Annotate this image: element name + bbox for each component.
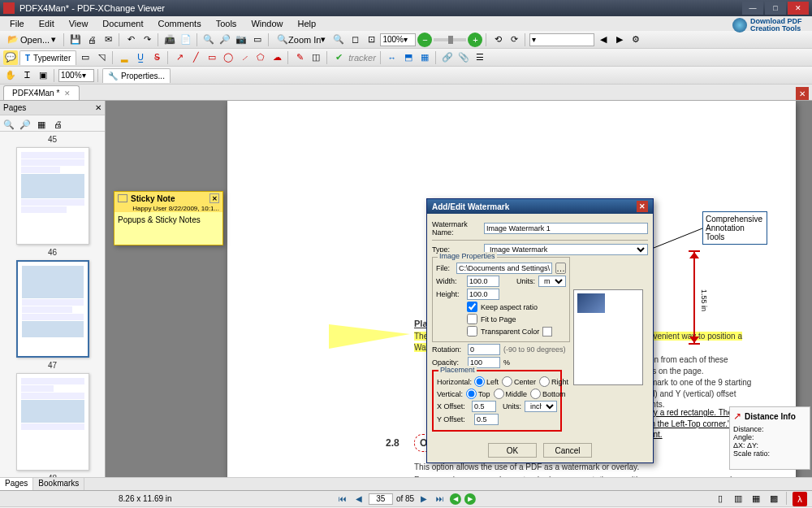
measure-area-tool[interactable]: ▦ bbox=[417, 50, 432, 65]
callout-tool[interactable]: ◹ bbox=[94, 50, 109, 65]
input-rotation[interactable] bbox=[468, 344, 500, 355]
polyline-tool[interactable]: ⟋ bbox=[237, 50, 252, 65]
thumb-opts[interactable]: ▦ bbox=[34, 117, 49, 132]
oval-tool[interactable]: ◯ bbox=[221, 50, 235, 65]
selecttext-tool[interactable]: Ꮖ bbox=[19, 68, 34, 83]
zoom-plus-button[interactable]: + bbox=[468, 33, 482, 47]
zoom-combo[interactable]: 100% ▾ bbox=[380, 33, 416, 46]
eraser-tool[interactable]: ◫ bbox=[309, 50, 323, 65]
typewriter-tool[interactable]: TTypewriter bbox=[19, 50, 76, 65]
zoom-minus-button[interactable]: − bbox=[417, 33, 432, 47]
redo-button[interactable]: ↷ bbox=[140, 33, 154, 47]
pdf-icon[interactable]: λ bbox=[793, 492, 807, 506]
menu-file[interactable]: File bbox=[3, 17, 31, 30]
rotate-cw-button[interactable]: ⟳ bbox=[507, 33, 521, 47]
layout-contfacing[interactable]: ▩ bbox=[767, 492, 781, 506]
input-wmname[interactable] bbox=[484, 223, 648, 234]
find-button[interactable]: 🔍 bbox=[201, 33, 216, 47]
download-badge[interactable]: Download PDF Creation Tools bbox=[732, 18, 807, 33]
radio-center[interactable] bbox=[502, 376, 512, 387]
chk-fitpage[interactable] bbox=[467, 314, 477, 324]
search-next-button[interactable]: ▶ bbox=[612, 33, 627, 47]
select-units-sz[interactable]: mm bbox=[538, 276, 566, 287]
menu-tools[interactable]: Tools bbox=[209, 17, 244, 30]
sticky-note-popup[interactable]: Sticky Note ✕ Happy User 8/22/2009, 10:1… bbox=[114, 191, 223, 245]
menu-comments[interactable]: Comments bbox=[152, 17, 208, 30]
menu-view[interactable]: View bbox=[63, 17, 95, 30]
dialog-close-button[interactable]: ✕ bbox=[637, 201, 648, 212]
print-button[interactable]: 🖨 bbox=[84, 33, 99, 47]
thumbnail-45[interactable] bbox=[16, 147, 89, 245]
rect-tool[interactable]: ▭ bbox=[205, 50, 219, 65]
scan-button[interactable]: 📠 bbox=[162, 33, 177, 47]
ok-button[interactable]: OK bbox=[488, 443, 537, 458]
measure-perim-tool[interactable]: ⬒ bbox=[401, 50, 416, 65]
menu-window[interactable]: Window bbox=[244, 17, 289, 30]
thumb-zoomin[interactable]: 🔍 bbox=[2, 117, 16, 132]
radio-right[interactable] bbox=[539, 376, 550, 387]
measure-dist-tool[interactable]: ↔ bbox=[385, 50, 400, 65]
thumb-zoomout[interactable]: 🔎 bbox=[18, 117, 32, 132]
select-units-off[interactable]: inches bbox=[525, 401, 557, 412]
minimize-button[interactable]: — bbox=[742, 2, 763, 15]
zoom-combo-2[interactable]: 100% ▾ bbox=[58, 69, 94, 82]
tracker-logo[interactable]: tracker bbox=[348, 50, 377, 65]
dialog-titlebar[interactable]: Add/Edit Watermark ✕ bbox=[427, 199, 653, 214]
nav-first[interactable]: ⏮ bbox=[336, 493, 349, 506]
input-width[interactable] bbox=[467, 276, 499, 287]
menu-document[interactable]: Document bbox=[96, 17, 149, 30]
thumbnail-46[interactable] bbox=[16, 260, 89, 358]
stickynote-tool[interactable]: 💬 bbox=[3, 50, 18, 65]
properties-button[interactable]: 🔧Properties... bbox=[102, 68, 171, 83]
stamp-tool[interactable]: ✔ bbox=[331, 50, 346, 65]
nav-back[interactable]: ◄ bbox=[450, 493, 461, 505]
layout-single[interactable]: ▯ bbox=[713, 492, 728, 506]
strikeout-tool[interactable]: S̶ bbox=[149, 50, 164, 65]
input-height[interactable] bbox=[467, 289, 499, 300]
page-input[interactable] bbox=[369, 493, 393, 505]
radio-top[interactable] bbox=[466, 389, 477, 399]
zoomout-icon[interactable]: 🔍 bbox=[331, 33, 346, 47]
nav-last[interactable]: ⏭ bbox=[434, 493, 447, 506]
cancel-button[interactable]: Cancel bbox=[543, 443, 592, 458]
hand-tool[interactable]: ✋ bbox=[3, 68, 18, 83]
input-xoff[interactable] bbox=[472, 401, 496, 412]
nav-fwd[interactable]: ► bbox=[464, 493, 476, 505]
document-tab-close[interactable]: ✕ bbox=[64, 89, 71, 98]
browse-button[interactable]: … bbox=[555, 263, 566, 274]
close-button[interactable]: ✕ bbox=[788, 2, 809, 15]
textbox-tool[interactable]: ▭ bbox=[78, 50, 93, 65]
select-type[interactable]: Image Watermark bbox=[484, 244, 648, 255]
underline-tool[interactable]: U̲ bbox=[133, 50, 148, 65]
nav-next[interactable]: ▶ bbox=[417, 493, 430, 506]
actualsize-icon[interactable]: ◻ bbox=[348, 33, 362, 47]
chk-transp[interactable] bbox=[467, 326, 477, 336]
tab-pages[interactable]: Pages bbox=[0, 478, 33, 490]
radio-middle[interactable] bbox=[494, 389, 504, 399]
thumbnail-47[interactable] bbox=[16, 373, 89, 471]
undo-button[interactable]: ↶ bbox=[123, 33, 138, 47]
attach-tool[interactable]: 📎 bbox=[456, 50, 471, 65]
thumb-print[interactable]: 🖨 bbox=[50, 117, 65, 132]
ocr-button[interactable]: 📄 bbox=[179, 33, 193, 47]
document-tab[interactable]: PDFX4Man * ✕ bbox=[3, 85, 80, 100]
search-field[interactable]: ▾ bbox=[529, 33, 594, 46]
thumbnails[interactable]: 45 46 47 48 bbox=[0, 132, 105, 477]
input-yoff[interactable] bbox=[474, 414, 499, 425]
search-prev-button[interactable]: ◀ bbox=[596, 33, 611, 47]
fitpage-icon[interactable]: ⊡ bbox=[364, 33, 378, 47]
arrow-tool[interactable]: ↗ bbox=[172, 50, 187, 65]
menu-edit[interactable]: Edit bbox=[32, 17, 61, 30]
email-button[interactable]: ✉ bbox=[101, 33, 115, 47]
search-button[interactable]: 🔎 bbox=[218, 33, 232, 47]
polygon-tool[interactable]: ⬠ bbox=[253, 50, 268, 65]
menu-help[interactable]: Help bbox=[292, 17, 323, 30]
highlight-tool[interactable]: ▂ bbox=[117, 50, 132, 65]
layout-facing[interactable]: ▦ bbox=[749, 492, 763, 506]
line-tool[interactable]: ╱ bbox=[188, 50, 203, 65]
link-tool[interactable]: 🔗 bbox=[440, 50, 455, 65]
open-button[interactable]: 📂Open... ▾ bbox=[3, 33, 60, 47]
radio-left[interactable] bbox=[474, 376, 485, 387]
sticky-close[interactable]: ✕ bbox=[209, 193, 219, 203]
zoom-slider[interactable] bbox=[434, 38, 466, 41]
